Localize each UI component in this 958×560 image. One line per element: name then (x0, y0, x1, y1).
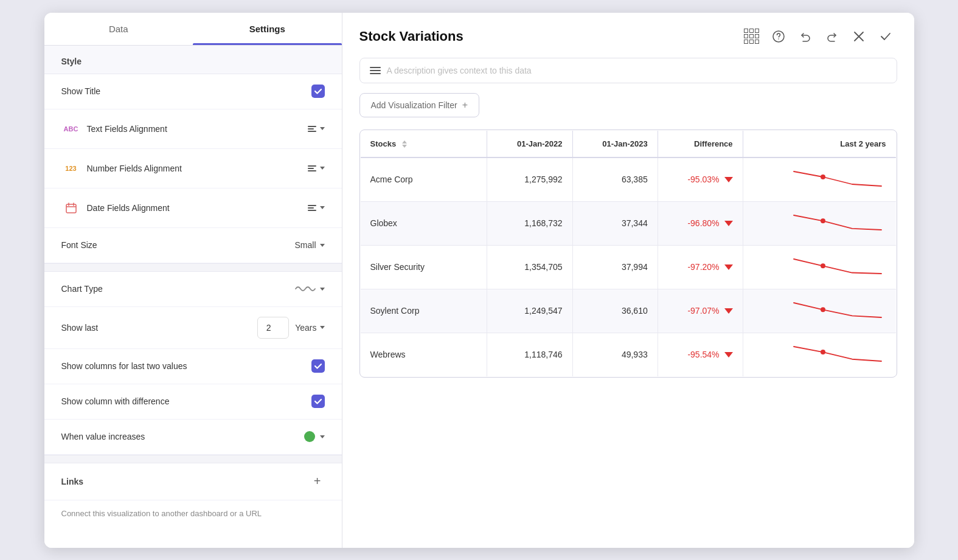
chart-type-chevron (320, 288, 325, 291)
jan2023-cell: 36,610 (572, 289, 658, 333)
jan2022-cell: 1,118,746 (487, 333, 572, 376)
show-title-label: Show Title (61, 86, 311, 96)
panel-tabs: Data Settings (44, 13, 342, 46)
show-columns-row: Show columns for last two values (44, 349, 342, 384)
font-size-dropdown[interactable]: Small (294, 240, 324, 250)
close-button[interactable] (847, 25, 870, 48)
redo-button[interactable] (821, 25, 844, 48)
svg-point-6 (821, 307, 825, 312)
help-icon (772, 30, 785, 43)
col-header-jan2023[interactable]: 01-Jan-2023 (572, 130, 658, 157)
chart-wave-icon (294, 283, 316, 295)
when-increases-label: When value increases (61, 432, 304, 441)
show-last-label: Show last (61, 323, 258, 333)
show-difference-label: Show column with difference (61, 396, 311, 406)
table-row: Soylent Corp1,249,54736,610-97.07% (360, 289, 896, 333)
when-increases-chevron (320, 435, 325, 438)
col-header-last2years[interactable]: Last 2 years (743, 130, 896, 157)
show-last-control: Years (257, 317, 324, 339)
font-size-value: Small (294, 240, 316, 250)
stock-name-cell: Silver Security (360, 245, 487, 289)
add-filter-label: Add Visualization Filter (371, 100, 457, 110)
jan2022-cell: 1,275,992 (487, 157, 572, 202)
years-chevron (320, 326, 325, 329)
separator-2 (44, 455, 342, 463)
add-link-button[interactable]: + (310, 474, 325, 489)
description-menu-icon (370, 67, 381, 74)
filter-bar: Add Visualization Filter + (359, 93, 897, 117)
description-bar[interactable]: A description gives context to this data (359, 58, 897, 83)
svg-point-4 (821, 218, 825, 223)
confirm-button[interactable] (874, 25, 897, 48)
separator-1 (44, 263, 342, 272)
col-header-stocks[interactable]: Stocks (360, 130, 487, 157)
number-field-icon: 123 (61, 159, 81, 178)
grid-view-button[interactable] (740, 25, 763, 48)
number-align-dropdown[interactable] (308, 165, 325, 171)
sparkline-svg (789, 210, 886, 235)
show-difference-row: Show column with difference (44, 384, 342, 420)
table-row: Webrews1,118,74649,933-95.54% (360, 333, 896, 376)
chart-type-dropdown[interactable] (294, 283, 325, 295)
sparkline-svg (789, 254, 886, 278)
tab-settings[interactable]: Settings (193, 13, 342, 45)
show-difference-control (311, 395, 325, 408)
sparkline-cell (743, 201, 896, 245)
diff-arrow-icon (724, 308, 733, 314)
col-header-jan2022[interactable]: 01-Jan-2022 (487, 130, 572, 157)
show-title-row: Show Title (44, 74, 342, 109)
years-dropdown[interactable]: Years (295, 323, 324, 333)
jan2022-cell: 1,249,547 (487, 289, 572, 333)
svg-point-7 (821, 350, 825, 354)
table-header-row: Stocks 01-Jan-2022 01-Jan-2023 Differenc… (360, 130, 896, 157)
text-align-dropdown[interactable] (308, 126, 325, 132)
text-align-label: Text Fields Alignment (87, 124, 308, 134)
show-title-checkbox[interactable] (311, 85, 325, 98)
when-increases-row: When value increases (44, 420, 342, 455)
stock-name-cell: Acme Corp (360, 157, 487, 202)
jan2023-cell: 37,994 (572, 245, 658, 289)
date-field-icon (61, 198, 81, 218)
show-difference-checkbox[interactable] (311, 395, 325, 408)
undo-button[interactable] (794, 25, 817, 48)
align-lines-icon (308, 126, 316, 132)
font-size-chevron (320, 244, 325, 247)
date-align-dropdown[interactable] (308, 205, 325, 211)
sparkline-cell (743, 289, 896, 333)
redo-icon (826, 30, 838, 43)
description-placeholder: A description gives context to this data (387, 66, 532, 75)
stock-table: Stocks 01-Jan-2022 01-Jan-2023 Differenc… (360, 130, 897, 377)
date-align-row: Date Fields Alignment (44, 188, 342, 228)
sparkline-cell (743, 157, 896, 202)
sparkline-cell (743, 245, 896, 289)
tab-data[interactable]: Data (44, 13, 193, 45)
font-size-label: Font Size (61, 240, 295, 250)
diff-arrow-icon (724, 264, 733, 270)
show-last-row: Show last Years (44, 307, 342, 349)
show-columns-checkbox[interactable] (311, 359, 325, 373)
help-button[interactable] (767, 25, 790, 48)
date-align-lines-icon (308, 205, 316, 211)
jan2022-cell: 1,354,705 (487, 245, 572, 289)
svg-rect-0 (66, 204, 76, 213)
jan2023-cell: 63,385 (572, 157, 658, 202)
show-last-input[interactable] (257, 317, 289, 339)
add-filter-button[interactable]: Add Visualization Filter + (359, 93, 480, 117)
table-row: Acme Corp1,275,99263,385-95.03% (360, 157, 896, 202)
difference-cell: -95.03% (658, 157, 743, 202)
number-align-lines-icon (308, 165, 316, 171)
close-icon (853, 31, 864, 42)
svg-point-5 (821, 263, 825, 268)
number-align-label: Number Fields Alignment (87, 164, 308, 173)
difference-cell: -96.80% (658, 201, 743, 245)
sparkline-svg (789, 342, 886, 366)
chart-type-row: Chart Type (44, 272, 342, 307)
grid-icon (744, 29, 759, 44)
col-header-difference[interactable]: Difference (658, 130, 743, 157)
sparkline-svg (789, 167, 886, 191)
when-increases-control[interactable] (304, 431, 325, 442)
difference-cell: -97.07% (658, 289, 743, 333)
data-table-container: Stocks 01-Jan-2022 01-Jan-2023 Differenc… (359, 130, 897, 378)
date-align-chevron (320, 206, 325, 209)
header-actions (740, 25, 897, 48)
